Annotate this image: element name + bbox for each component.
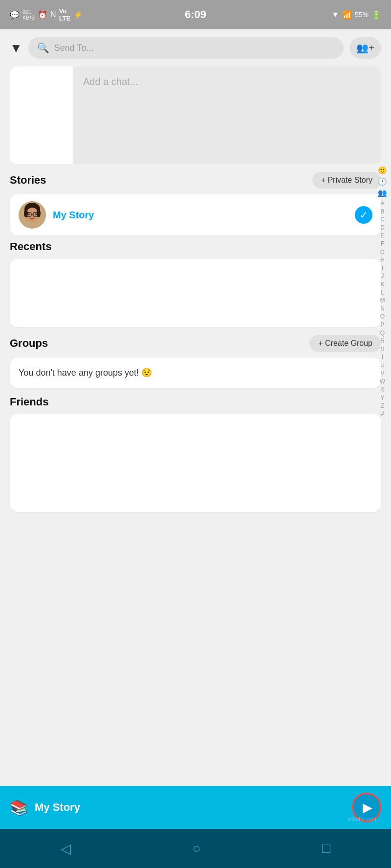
alpha-B[interactable]: B: [378, 208, 387, 216]
battery-icon: 🔋: [371, 10, 381, 20]
volte-icon: VoLTE: [59, 7, 71, 22]
wifi-icon: ▼: [331, 10, 339, 19]
alpha-hash[interactable]: #: [378, 410, 387, 418]
stories-section: Stories + Private Story: [0, 172, 391, 235]
alarm-icon: ⏰: [38, 10, 47, 20]
story-bar-icon: 📚: [10, 799, 28, 816]
alpha-E[interactable]: E: [378, 232, 387, 240]
nfc-icon: N: [50, 10, 56, 19]
watermark: wasder.com: [348, 816, 376, 822]
alpha-F[interactable]: F: [378, 240, 387, 248]
status-bar: 6:09 💬 001KB/S ⏰ N VoLTE ⚡ ▼ 📶 55% 🔋: [0, 0, 391, 29]
create-group-button[interactable]: + Create Group: [309, 335, 381, 352]
alpha-S[interactable]: S: [378, 346, 387, 354]
navigation-bar: ◁ ○ □: [0, 829, 391, 868]
main-content: ▼ 🔍 Send To... 👥+ Add a chat... Stories …: [0, 29, 391, 512]
recents-header: Recents: [10, 240, 381, 253]
svg-point-8: [24, 210, 28, 217]
chevron-down-icon[interactable]: ▼: [10, 41, 22, 56]
svg-point-2: [26, 208, 39, 222]
alpha-X[interactable]: X: [378, 386, 387, 394]
alpha-M[interactable]: M: [378, 297, 387, 305]
alpha-D[interactable]: D: [378, 224, 387, 232]
bluetooth-icon: ⚡: [73, 10, 83, 20]
friends-section: Friends: [0, 396, 391, 512]
groups-header: Groups + Create Group: [10, 335, 381, 352]
alpha-J[interactable]: J: [378, 273, 387, 280]
add-friends-button[interactable]: 👥+: [349, 37, 381, 59]
private-story-button[interactable]: + Private Story: [312, 172, 381, 189]
my-story-name: My Story: [53, 210, 94, 221]
recents-section: Recents: [0, 240, 391, 327]
emoji-alpha-icon: 🙂: [378, 166, 387, 175]
alpha-W[interactable]: W: [378, 378, 387, 386]
battery-text: 55%: [355, 11, 369, 19]
alpha-Q[interactable]: Q: [378, 330, 387, 338]
alpha-U[interactable]: U: [378, 362, 387, 370]
story-bar-label: My Story: [35, 801, 80, 814]
alpha-V[interactable]: V: [378, 370, 387, 378]
alpha-I[interactable]: I: [378, 265, 387, 273]
recent-nav-icon[interactable]: □: [322, 841, 330, 856]
groups-empty-message: You don't have any groups yet! 😟: [10, 358, 381, 388]
bottom-story-bar: 📚 My Story ▶: [0, 786, 391, 829]
search-bar[interactable]: 🔍 Send To...: [28, 37, 344, 59]
status-left-icons: 💬 001KB/S ⏰ N VoLTE ⚡: [10, 7, 83, 22]
recents-title: Recents: [10, 240, 52, 253]
chat-card[interactable]: Add a chat...: [10, 66, 381, 164]
svg-point-9: [37, 210, 41, 217]
alpha-K[interactable]: K: [378, 281, 387, 289]
add-chat-placeholder: Add a chat...: [83, 76, 138, 87]
alpha-O[interactable]: O: [378, 313, 387, 321]
whatsapp-icon: 💬: [10, 10, 20, 20]
alphabet-index: 🙂 🕐 👥 A B C D E F G H I J K L M N O P Q …: [378, 166, 387, 418]
chat-thumbnail: [10, 66, 73, 164]
group-alpha-icon: 👥: [378, 189, 387, 197]
alpha-L[interactable]: L: [378, 289, 387, 297]
groups-title: Groups: [10, 337, 48, 350]
play-icon: ▶: [363, 800, 372, 815]
alpha-C[interactable]: C: [378, 216, 387, 224]
add-friends-icon: 👥+: [356, 42, 374, 54]
data-icon: 001KB/S: [22, 9, 35, 21]
stories-title: Stories: [10, 174, 46, 187]
signal-icon: 📶: [342, 10, 352, 20]
chat-text-area: Add a chat...: [73, 66, 381, 164]
clock-alpha-icon: 🕐: [378, 177, 387, 186]
status-time: 6:09: [185, 8, 206, 21]
svg-point-7: [35, 213, 37, 215]
back-nav-icon[interactable]: ◁: [61, 841, 71, 857]
search-icon: 🔍: [37, 42, 49, 54]
friends-box: [10, 414, 381, 512]
alpha-R[interactable]: R: [378, 338, 387, 345]
alpha-Z[interactable]: Z: [378, 402, 387, 410]
friends-header: Friends: [10, 396, 381, 408]
svg-point-6: [28, 213, 30, 215]
avatar: [19, 201, 46, 229]
alpha-G[interactable]: G: [378, 249, 387, 256]
groups-section: Groups + Create Group You don't have any…: [0, 335, 391, 388]
recents-box: [10, 259, 381, 327]
alpha-T[interactable]: T: [378, 354, 387, 361]
top-bar: ▼ 🔍 Send To... 👥+: [0, 29, 391, 66]
stories-header: Stories + Private Story: [10, 172, 381, 189]
friends-title: Friends: [10, 396, 48, 408]
alpha-H[interactable]: H: [378, 256, 387, 264]
alpha-Y[interactable]: Y: [378, 394, 387, 402]
story-left: My Story: [19, 201, 94, 229]
home-nav-icon[interactable]: ○: [193, 841, 201, 856]
alpha-N[interactable]: N: [378, 305, 387, 313]
status-right-icons: ▼ 📶 55% 🔋: [331, 10, 381, 20]
my-story-item[interactable]: My Story ✓: [10, 194, 381, 235]
search-placeholder: Send To...: [54, 43, 94, 53]
story-checkmark[interactable]: ✓: [355, 206, 372, 224]
story-bar-left: 📚 My Story: [10, 799, 80, 816]
alpha-A[interactable]: A: [378, 200, 387, 208]
alpha-P[interactable]: P: [378, 321, 387, 329]
